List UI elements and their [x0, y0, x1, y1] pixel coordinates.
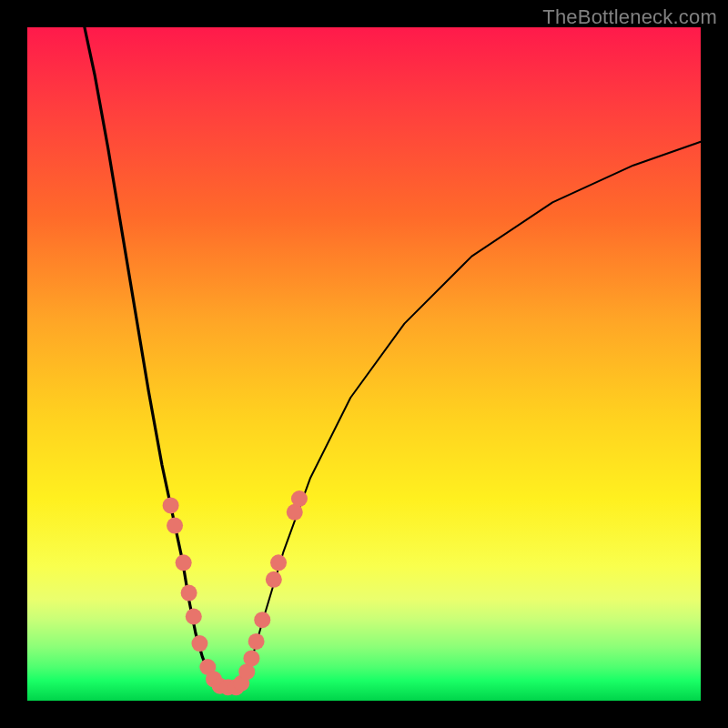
curve-svg: [27, 27, 701, 701]
series-left-curve: [85, 27, 219, 687]
marker-dot: [248, 633, 265, 650]
plot-area: [27, 27, 701, 701]
series-group: [85, 27, 701, 687]
outer-frame: TheBottleneck.com: [0, 0, 728, 728]
marker-dot: [254, 612, 270, 628]
marker-dot: [191, 635, 207, 652]
marker-dot: [186, 609, 202, 625]
marker-dot: [181, 585, 197, 602]
marker-dot: [291, 490, 308, 507]
marker-dot: [163, 497, 179, 513]
marker-dot: [266, 571, 282, 588]
markers-group: [163, 490, 308, 695]
series-right-curve: [239, 142, 701, 687]
marker-dot: [176, 554, 192, 571]
marker-dot: [270, 554, 287, 571]
marker-dot: [243, 650, 259, 666]
marker-dot: [167, 518, 183, 534]
watermark-label: TheBottleneck.com: [542, 5, 717, 29]
